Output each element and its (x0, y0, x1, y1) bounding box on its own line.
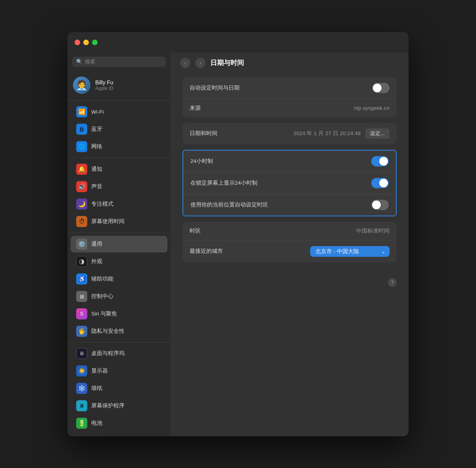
page-title: 日期与时间 (210, 58, 244, 67)
search-bar[interactable]: 🔍 搜索 (72, 57, 166, 67)
wifi-icon: 📶 (76, 106, 87, 117)
datetime-label: 日期和时间 (190, 130, 217, 137)
sidebar-item-battery[interactable]: 🔋 电池 (71, 415, 167, 432)
auto-time-toggle[interactable] (372, 83, 390, 93)
sidebar-label-siri: Siri 与聚焦 (91, 310, 117, 317)
set-datetime-button[interactable]: 设定... (365, 128, 390, 139)
notification-icon: 🔔 (76, 164, 87, 175)
avatar: 🧑‍💼 (73, 76, 90, 94)
city-select[interactable]: 北京市 - 中国大陆 (310, 246, 390, 257)
sidebar-item-accessibility[interactable]: ♿ 辅助功能 (71, 271, 167, 287)
nearest-city-row: 最接近的城市 北京市 - 中国大陆 (182, 241, 397, 262)
detail-panel: ‹ › 日期与时间 自动设定时间与日期 来源 ntp.sysgeek.cn (171, 53, 409, 436)
avatar-emoji: 🧑‍💼 (76, 80, 88, 91)
siri-icon: S (76, 308, 87, 319)
sidebar-item-desktop[interactable]: 🖥 桌面与程序坞 (71, 345, 167, 362)
maximize-button[interactable] (92, 40, 98, 45)
hour24-row: 24小时制 (183, 151, 396, 172)
search-icon: 🔍 (76, 59, 83, 65)
bluetooth-icon: B (76, 124, 87, 135)
sidebar-label-network: 网络 (91, 143, 102, 150)
sidebar-label-general: 通用 (91, 241, 102, 248)
sidebar: 🔍 搜索 🧑‍💼 Billy Fu Apple ID 📶 Wi-Fi (67, 53, 171, 436)
sidebar-label-screentime: 屏幕使用时间 (91, 218, 125, 225)
sidebar-label-display: 显示器 (91, 367, 108, 374)
auto-timezone-row: 使用你的当前位置自动设定时区 (183, 194, 396, 216)
sidebar-divider-3 (67, 233, 171, 233)
datetime-section: 日期和时间 2024 年 1 月 27 日 20:24:48 设定... (182, 123, 397, 144)
privacy-icon: 🖐 (76, 326, 87, 337)
hour24-toggle[interactable] (371, 156, 389, 166)
sidebar-item-control[interactable]: ▦ 控制中心 (71, 288, 167, 305)
sidebar-item-display[interactable]: ☀️ 显示器 (71, 363, 167, 379)
sidebar-label-notification: 通知 (91, 166, 102, 173)
sound-icon: 🔊 (76, 181, 87, 192)
wallpaper-icon: ❄️ (76, 383, 87, 394)
sidebar-item-screentime[interactable]: ⏱ 屏幕使用时间 (71, 213, 167, 230)
sidebar-item-general[interactable]: ⚙️ 通用 (71, 236, 167, 252)
control-icon: ▦ (76, 291, 87, 302)
sidebar-item-siri[interactable]: S Siri 与聚焦 (71, 306, 167, 322)
sidebar-item-wallpaper[interactable]: ❄️ 墙纸 (71, 380, 167, 397)
sidebar-item-sound[interactable]: 🔊 声音 (71, 178, 167, 195)
sidebar-label-sound: 声音 (91, 183, 102, 190)
auto-time-label: 自动设定时间与日期 (190, 84, 240, 92)
sidebar-item-bluetooth[interactable]: B 蓝牙 (71, 121, 167, 138)
highlighted-toggles-section: 24小时制 在锁定屏幕上显示24小时制 使用你的当前位置自动设定时区 (182, 150, 397, 216)
hour24-label: 24小时制 (190, 158, 213, 165)
sidebar-item-network[interactable]: 🌐 网络 (71, 138, 167, 155)
sidebar-item-wifi[interactable]: 📶 Wi-Fi (71, 103, 167, 120)
sidebar-label-focus: 专注模式 (91, 201, 113, 208)
datetime-row: 日期和时间 2024 年 1 月 27 日 20:24:48 设定... (182, 123, 397, 144)
sidebar-label-screensaver: 屏幕保护程序 (91, 402, 125, 409)
timezone-row: 时区 中国标准时间 (182, 222, 397, 241)
display-icon: ☀️ (76, 365, 87, 376)
auto-time-knob (373, 84, 382, 92)
sidebar-label-accessibility: 辅助功能 (91, 275, 113, 283)
apple-id-info: Billy Fu Apple ID (95, 79, 113, 91)
auto-time-row: 自动设定时间与日期 (182, 77, 397, 99)
lock-screen-24h-row: 在锁定屏幕上显示24小时制 (183, 172, 396, 194)
sidebar-item-privacy[interactable]: 🖐 隐私与安全性 (71, 323, 167, 340)
screensaver-icon: 🖥 (76, 400, 87, 411)
help-button[interactable]: ? (388, 278, 397, 287)
sidebar-label-wallpaper: 墙纸 (91, 385, 102, 392)
sidebar-item-notification[interactable]: 🔔 通知 (71, 161, 167, 178)
sidebar-label-battery: 电池 (91, 420, 102, 427)
accessibility-icon: ♿ (76, 273, 87, 285)
timezone-label: 时区 (190, 227, 201, 235)
lock-screen-24h-label: 在锁定屏幕上显示24小时制 (190, 180, 257, 187)
main-content: 🔍 搜索 🧑‍💼 Billy Fu Apple ID 📶 Wi-Fi (67, 53, 409, 436)
datetime-value: 2024 年 1 月 27 日 20:24:48 (294, 130, 361, 137)
sidebar-divider (67, 100, 171, 101)
datetime-right: 2024 年 1 月 27 日 20:24:48 设定... (294, 128, 390, 139)
apple-id-section[interactable]: 🧑‍💼 Billy Fu Apple ID (67, 73, 171, 98)
sidebar-item-focus[interactable]: 🌙 专注模式 (71, 196, 167, 212)
timezone-value: 中国标准时间 (356, 227, 390, 235)
main-window: 🔍 搜索 🧑‍💼 Billy Fu Apple ID 📶 Wi-Fi (67, 32, 409, 436)
sidebar-divider-2 (67, 158, 171, 158)
user-subtitle: Apple ID (95, 86, 113, 91)
sidebar-item-appearance[interactable]: ◑ 外观 (71, 253, 167, 270)
network-icon: 🌐 (76, 141, 87, 152)
sidebar-item-screensaver[interactable]: 🖥 屏幕保护程序 (71, 397, 167, 414)
appearance-icon: ◑ (76, 256, 87, 267)
city-select-wrapper: 北京市 - 中国大陆 (310, 246, 390, 257)
sidebar-label-privacy: 隐私与安全性 (91, 328, 125, 335)
back-button[interactable]: ‹ (180, 58, 190, 68)
auto-timezone-toggle[interactable] (371, 200, 389, 210)
auto-timezone-label: 使用你的当前位置自动设定时区 (190, 201, 268, 208)
close-button[interactable] (75, 40, 80, 45)
lock-screen-24h-toggle[interactable] (371, 178, 389, 188)
sidebar-label-wifi: Wi-Fi (91, 109, 104, 115)
minimize-button[interactable] (83, 40, 89, 45)
source-label: 来源 (190, 105, 201, 112)
forward-button[interactable]: › (195, 58, 205, 68)
timezone-section: 时区 中国标准时间 最接近的城市 北京市 - 中国大陆 (182, 222, 397, 262)
general-icon: ⚙️ (76, 239, 87, 250)
help-row: ? (182, 268, 397, 291)
titlebar (67, 32, 409, 53)
sidebar-label-control: 控制中心 (91, 293, 113, 300)
focus-icon: 🌙 (76, 199, 87, 210)
source-row: 来源 ntp.sysgeek.cn (182, 99, 397, 117)
